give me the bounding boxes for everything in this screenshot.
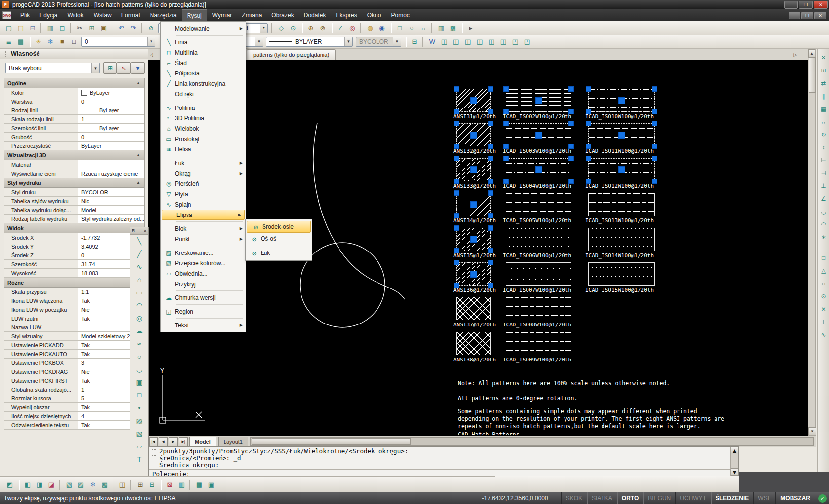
menu-item-przejście-kolorów-[interactable]: ▧Przejście kolorów... [161,258,246,268]
spline-icon[interactable]: ≈ [130,337,148,350]
scroll-up-icon[interactable]: ▲ [808,49,815,58]
section-header-wizualizacji-3d[interactable]: Wizualizacji 3D▲ [4,150,144,160]
osnap-midpoint-icon[interactable]: △ [819,266,829,276]
panel-grip[interactable] [5,51,8,57]
menu-item-ślad[interactable]: ⌐Ślad [161,58,246,68]
etransmit-icon[interactable]: ◩ [4,479,16,491]
property-value[interactable]: ByLayer [78,124,144,132]
property-value[interactable]: ByLayer [78,106,144,114]
selection-combo[interactable]: Brak wyboru ▼ [5,63,100,73]
menu-widok[interactable]: Widok [62,9,88,21]
layer-states-icon[interactable]: ▤ [15,36,27,48]
layer-color-swatch-icon[interactable]: □ [68,36,80,48]
osnap-center-icon[interactable]: ○ [819,279,829,288]
modify-array-icon[interactable]: ▦ [819,104,829,114]
hatch-sample[interactable] [506,262,571,286]
annotation-scale-icon[interactable]: ▦ [193,479,205,491]
hscroll-thumb[interactable] [252,438,411,445]
text-style-icon[interactable]: ⊘ [145,22,157,34]
layer-combo[interactable]: 0▼ [81,37,155,47]
region-icon[interactable]: ▱ [130,440,148,453]
menu-pomoc[interactable]: Pomoc [386,9,414,21]
modify-copy-icon[interactable]: ⊞ [819,66,829,75]
view-se-iso-icon[interactable]: ◳ [521,36,533,48]
osnap-node-icon[interactable]: ⊙ [819,291,829,301]
lineweight-combo[interactable]: BYLAYER▼ [266,37,353,47]
hatch-sample[interactable] [588,123,655,146]
collapse-icon[interactable]: ▲ [136,180,140,185]
modify-rotate-icon[interactable]: ↻ [819,130,829,140]
ellipse-icon[interactable]: ○ [130,350,148,363]
menu-item-od-ręki[interactable]: Od ręki [161,89,246,99]
toolbars-more-icon[interactable]: ▸ [465,22,477,34]
gradient-icon[interactable]: ▧ [130,427,148,440]
property-value[interactable]: BYCOLOR [78,188,144,196]
layer-match-icon[interactable]: ◪ [45,479,57,491]
property-value[interactable]: Nic [78,197,144,205]
cmd-scroll-down-icon[interactable]: ▼ [731,468,738,476]
polygon-icon[interactable]: ⌂ [130,273,148,286]
menu-item-płyta[interactable]: ▽Płyta [161,189,246,199]
menu-okno[interactable]: Okno [362,9,386,21]
dimension-edit-icon[interactable]: ⊙ [287,22,299,34]
toggle-siatka[interactable]: SIATKA [587,492,617,504]
make-block-icon[interactable]: □ [130,389,148,401]
view-left-icon[interactable]: ◫ [462,36,474,48]
tab-nav-icon-0[interactable]: |◀ [149,437,158,446]
hatch-sample[interactable] [506,228,571,251]
property-value[interactable]: 1 [78,115,144,123]
modify-scale-icon[interactable]: ↕ [819,143,829,152]
quick-select-button[interactable]: ↖ [117,62,131,74]
command-history[interactable]: 2punkty/3punkty/PromStyczStycz/SSS/Łuk/W… [159,448,729,468]
menu-obrazek[interactable]: Obrazek [266,9,299,21]
hatch-sample[interactable] [456,123,491,146]
modify-extend-icon[interactable]: ⊥ [819,181,829,191]
submenu-item-oś-oś[interactable]: ⌀Oś-oś [246,233,312,245]
ellipse-arc-entity[interactable] [313,123,405,299]
property-value[interactable]: 0 [78,133,144,141]
collapse-icon[interactable]: ▲ [136,81,140,85]
menu-item-multilinia[interactable]: ⊓Multilinia [161,47,246,58]
layer-lock-icon[interactable]: ◫ [116,479,128,491]
menu-item-chmurka-wersji[interactable]: ☁Chmurka wersji [161,292,246,303]
menu-item-polilinia[interactable]: ∿Polilinia [161,103,246,113]
copy-icon[interactable]: ⊞ [86,22,98,34]
command-scrollbar[interactable]: ▲ ▼ [730,447,738,476]
menu-item-splajn[interactable]: ∿Splajn [161,199,246,210]
menu-item-przykryj[interactable]: Przykryj [161,279,246,289]
menu-item-helisa[interactable]: ≋Helisa [161,144,246,154]
publish-web-icon[interactable]: ◉ [376,22,388,34]
modify-trim-icon[interactable]: ⊣ [819,168,829,178]
tab-nav-icon-1[interactable]: ◀ [159,437,168,446]
doc-close-button[interactable]: ✕ [814,12,826,19]
view-back-icon[interactable]: ◫ [497,36,509,48]
osnap-endpoint-icon[interactable]: □ [819,253,829,263]
osnap-intersection-icon[interactable]: ✕ [819,304,829,314]
submenu-item-łuk[interactable]: ⌀Łuk [246,247,312,259]
properties-palette-icon[interactable]: ▥ [435,22,447,34]
menu-item-prostokąt[interactable]: ▭Prostokąt [161,134,246,144]
layer-freeze-thaw-icon[interactable]: ❄ [44,36,56,48]
layer-merge-icon[interactable]: ⊟ [146,479,158,491]
layer-previous-icon[interactable]: ◧ [22,479,34,491]
collapse-icon[interactable]: ▲ [136,153,140,157]
menu-plik[interactable]: Plik [15,9,35,21]
view-top-icon[interactable]: ◫ [438,36,450,48]
hatch-icon[interactable]: ▨ [130,414,148,427]
circle-entity[interactable] [300,243,385,327]
doc-restore-button[interactable]: ❐ [801,12,813,19]
redo-icon[interactable]: ↷ [127,22,139,34]
close-icon[interactable]: ✕ [143,229,147,233]
polyline-icon[interactable]: ∿ [130,260,148,273]
spell-check-icon[interactable]: ✓ [335,22,346,34]
circle-icon[interactable]: ◎ [130,312,148,324]
modify-chamfer-icon[interactable]: ◡ [819,207,829,216]
modify-offset-icon[interactable]: ∥ [819,91,829,101]
hatch-sample[interactable] [456,89,491,112]
tab-nav-icon-3[interactable]: ▶| [179,437,188,446]
revision-cloud-icon[interactable]: ☁ [130,324,148,337]
wcs-icon[interactable]: W [426,36,438,48]
menu-item-modelowanie[interactable]: Modelowanie▶ [161,23,246,34]
hatch-sample[interactable] [456,193,491,216]
chevron-down-icon[interactable]: ▼ [255,37,263,46]
